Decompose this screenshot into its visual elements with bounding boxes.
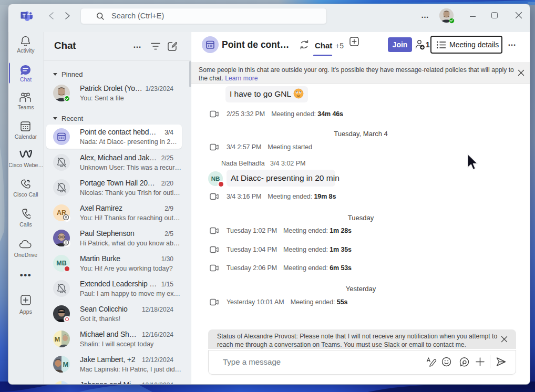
svg-text:M: M [63, 360, 69, 368]
svg-text:M: M [55, 335, 60, 343]
